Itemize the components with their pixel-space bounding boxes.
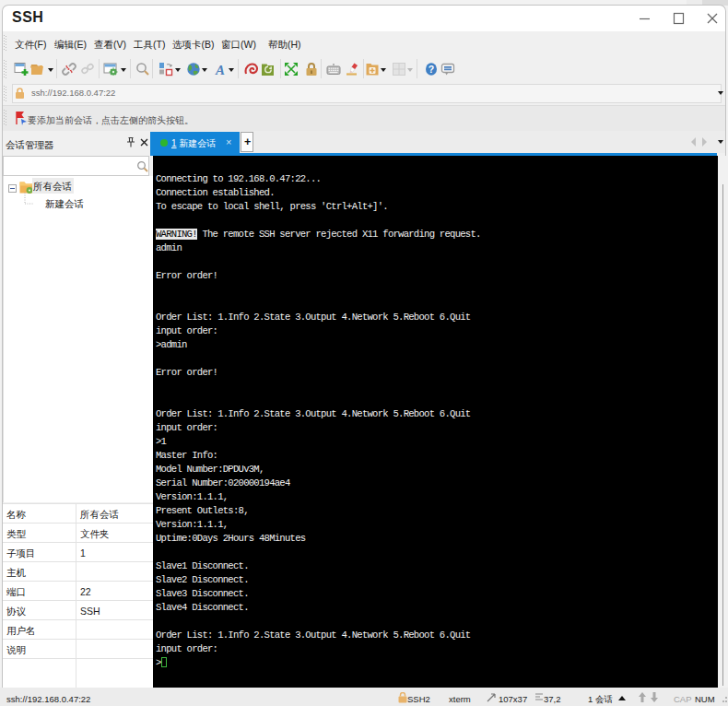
svg-text:A: A [215,63,225,77]
svg-text:?: ? [429,64,434,75]
